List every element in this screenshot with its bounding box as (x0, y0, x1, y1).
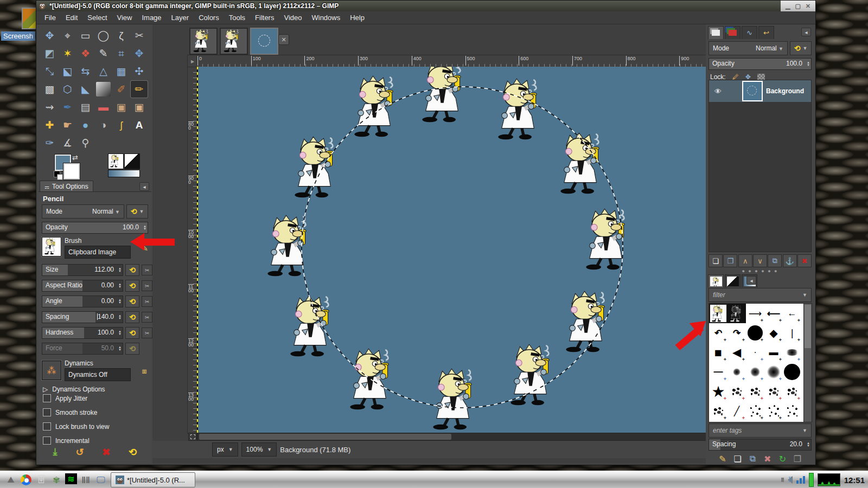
gradient-tool-icon[interactable] (96, 82, 111, 97)
flip-tool-icon[interactable]: ⇆ (77, 63, 94, 80)
airbrush-tool-icon[interactable]: ⇝ (41, 99, 58, 115)
scissors-select-tool-icon[interactable]: ✂ (131, 27, 148, 44)
brush-item[interactable]: + (764, 382, 783, 401)
menu-help[interactable]: Help (345, 12, 369, 23)
brush-item[interactable] (783, 421, 801, 422)
move-tool-icon[interactable]: ✥ (41, 27, 58, 44)
hardness-link-icon[interactable]: ✂ (142, 328, 152, 338)
brush-item[interactable]: ↷+ (727, 323, 746, 343)
taskbar-window-button[interactable]: *[Untitled]-5.0 (R... (111, 472, 195, 487)
volume-icon[interactable] (784, 476, 793, 484)
image-tab-active[interactable] (250, 28, 278, 55)
cage-transform-tool-icon[interactable]: ⬡ (59, 81, 76, 98)
zoom-dropdown[interactable]: 100%▼ (241, 442, 277, 457)
brush-item[interactable]: + (709, 401, 727, 421)
brush-spacing-slider[interactable]: Spacing 20.0 ▲▼ (709, 439, 812, 451)
fuzzy-select-tool-icon[interactable]: ✶ (59, 45, 76, 62)
background-color-swatch[interactable] (63, 163, 80, 179)
brush-item[interactable] (709, 421, 727, 422)
tab-patterns[interactable] (725, 274, 741, 287)
shear-tool-icon[interactable]: ⬕ (59, 63, 76, 80)
angle-reset-button[interactable]: ⟲ (125, 296, 139, 307)
spacing-reset-button[interactable]: ⟲ (125, 311, 139, 323)
edit-brush-button[interactable]: ✎ (716, 453, 729, 465)
dynamics-field[interactable]: Dynamics Off (65, 368, 131, 381)
panel-collapse-icon[interactable]: ◂ (139, 182, 149, 191)
tab-paths[interactable]: ∿ (742, 26, 757, 39)
brush-item[interactable]: + (746, 401, 764, 421)
rectangle-select-tool-icon[interactable]: ▭ (77, 27, 94, 44)
default-colors-icon[interactable] (54, 171, 60, 177)
brush-item[interactable]: ◆+ (764, 323, 783, 343)
perspective-clone-tool-icon[interactable]: ▣ (131, 99, 148, 115)
brush-item[interactable]: ■+ (709, 343, 727, 362)
checkbox-smooth-stroke[interactable]: Smooth stroke (43, 408, 97, 416)
menu-layer[interactable]: Layer (167, 12, 194, 23)
delete-layer-button[interactable]: ✖ (797, 254, 812, 267)
brush-item[interactable] (783, 401, 801, 421)
ruler-origin-button[interactable]: ▶ (187, 55, 198, 68)
dodge-burn-tool-icon[interactable]: ◑ (95, 117, 112, 133)
brush-item[interactable] (727, 304, 746, 323)
terminal-icon[interactable]: ≋ (65, 473, 77, 484)
smudge-tool-icon[interactable]: ☛ (59, 117, 76, 133)
duplicate-brush-button[interactable]: ⧉ (746, 453, 759, 465)
checkbox-incremental[interactable]: Incremental (43, 436, 90, 445)
paint-mode-dropdown[interactable]: Mode Normal ▼ (42, 204, 124, 219)
horizontal-scrollbar[interactable] (197, 433, 733, 441)
mode-reset-button[interactable]: ⟲▼ (126, 204, 148, 219)
desktop-icon-label[interactable]: Screensh (1, 31, 35, 41)
unified-transform-tool-icon[interactable]: ✥ (131, 45, 148, 62)
window-titlebar[interactable]: *[Untitled]-5.0 (RGB color 8-bit gamma i… (36, 1, 815, 11)
angle-link-icon[interactable]: ✂ (142, 296, 152, 307)
zoom-tool-icon[interactable]: ⚲ (77, 134, 94, 151)
image-tab-2[interactable] (220, 28, 248, 55)
raise-layer-button[interactable]: ∧ (738, 254, 752, 267)
menu-select[interactable]: Select (82, 12, 112, 23)
align-tool-icon[interactable]: ⌖ (59, 27, 76, 44)
angle-slider[interactable]: Angle0.00▲▼ (42, 296, 123, 307)
menu-view[interactable]: View (112, 12, 137, 23)
spacing-slider[interactable]: Spacing140.0▲▼ (42, 311, 123, 323)
bucket-fill-tool-icon[interactable]: ◣ (77, 81, 94, 98)
perspective-tool-icon[interactable]: △ (95, 63, 112, 80)
duplicate-layer-button[interactable]: ⧉ (768, 254, 782, 267)
active-gradient-preview[interactable] (108, 170, 140, 177)
show-desktop-icon[interactable]: ⛰ (4, 473, 17, 486)
active-brush-preview[interactable] (108, 153, 124, 169)
tab-brushes[interactable] (708, 274, 724, 287)
layer-mode-dropdown[interactable]: Mode Normal ▼ (709, 41, 788, 55)
menu-video[interactable]: Video (279, 12, 307, 23)
refresh-brushes-button[interactable]: ↻ (776, 453, 789, 465)
brush-item[interactable]: + (783, 343, 801, 362)
brush-item[interactable] (783, 362, 801, 382)
cpu-graph[interactable] (818, 473, 840, 486)
brush-item[interactable]: ←+ (783, 304, 801, 323)
brush-item[interactable]: + (746, 382, 764, 401)
force-slider[interactable]: Force50.0▲▼ (42, 343, 123, 355)
menu-edit[interactable]: Edit (61, 12, 82, 23)
network-signal-icon[interactable] (796, 476, 805, 484)
menu-tools[interactable]: Tools (224, 12, 250, 23)
brush-item[interactable]: —+ (709, 362, 727, 382)
new-brush-button[interactable]: ❏ (731, 453, 744, 465)
aspect-ratio-slider[interactable]: Aspect Ratio0.00▲▼ (42, 280, 123, 292)
brush-tags-input[interactable]: enter tags▼ (709, 423, 812, 438)
tab-layers[interactable] (708, 26, 724, 39)
brush-item[interactable]: ╱+ (727, 401, 746, 421)
tab-undo-history[interactable]: ↩ (758, 26, 774, 39)
gimp-app-icon[interactable]: ✾ (50, 473, 63, 486)
foreground-select-tool-icon[interactable]: ◩ (41, 45, 58, 62)
layer-thumbnail[interactable] (742, 81, 763, 101)
brush-item[interactable]: + (746, 323, 764, 343)
hardness-slider[interactable]: Hardness100.0▲▼ (42, 327, 123, 339)
dynamics-thumbnail[interactable]: ⁂ (42, 361, 61, 380)
crop-tool-icon[interactable]: ⌗ (113, 45, 130, 62)
brush-item[interactable]: + (727, 382, 746, 401)
brush-item[interactable]: ·+ (746, 343, 764, 362)
hardness-reset-button[interactable]: ⟲ (125, 327, 139, 339)
close-button[interactable]: ✕ (806, 3, 810, 9)
menu-filters[interactable]: Filters (250, 12, 279, 23)
panel-collapse-icon[interactable]: ◂ (746, 276, 756, 285)
spacing-link-icon[interactable]: ✂ (142, 312, 152, 323)
